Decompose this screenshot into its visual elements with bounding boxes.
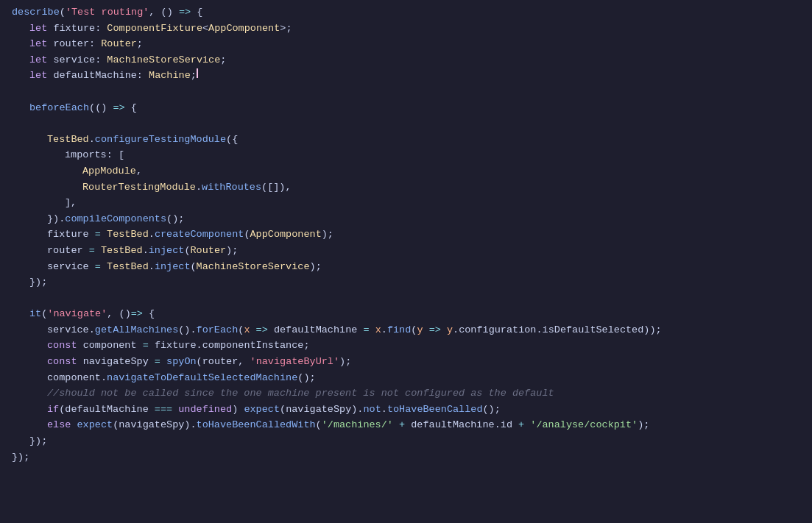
line-23: const navigateSpy = spyOn(router, 'navig… [0,354,812,370]
line-7: beforeEach(() => { [0,100,812,116]
line-14: }).compileComponents(); [0,211,812,227]
line-3: let router: Router; [0,36,812,52]
line-11: AppModule, [0,163,812,179]
line-empty-1 [0,84,812,100]
line-26: if(defaultMachine === undefined) expect(… [0,402,812,418]
line-24: component.navigateToDefaultSelectedMachi… [0,370,812,386]
line-28: }); [0,433,812,449]
line-5: let defaultMachine: Machine; [0,68,812,84]
line-4: let service: MachineStoreService; [0,52,812,68]
line-10: imports: [ [0,147,812,163]
line-empty-2 [0,115,812,132]
line-25: //should not be called since the one mac… [0,385,812,402]
line-13: ], [0,195,812,211]
token-describe: describe [12,4,60,21]
line-12: RouterTestingModule.withRoutes([]), [0,179,812,196]
code-editor: describe('Test routing', () => { let fix… [0,0,812,523]
line-16: router = TestBed.inject(Router); [0,243,812,259]
line-15: fixture = TestBed.createComponent(AppCom… [0,227,812,243]
line-21: service.getAllMachines().forEach(x => de… [0,322,812,338]
line-1: describe('Test routing', () => { [0,4,812,21]
line-29: }); [0,449,812,466]
line-18: }); [0,274,812,291]
line-empty-3 [0,291,812,307]
line-27: else expect(navigateSpy).toHaveBeenCalle… [0,417,812,433]
line-9: TestBed.configureTestingModule({ [0,132,812,148]
line-17: service = TestBed.inject(MachineStoreSer… [0,259,812,275]
line-2: let fixture: ComponentFixture<AppCompone… [0,21,812,37]
line-20: it('navigate', ()=> { [0,306,812,322]
line-22: const component = fixture.componentInsta… [0,338,812,354]
